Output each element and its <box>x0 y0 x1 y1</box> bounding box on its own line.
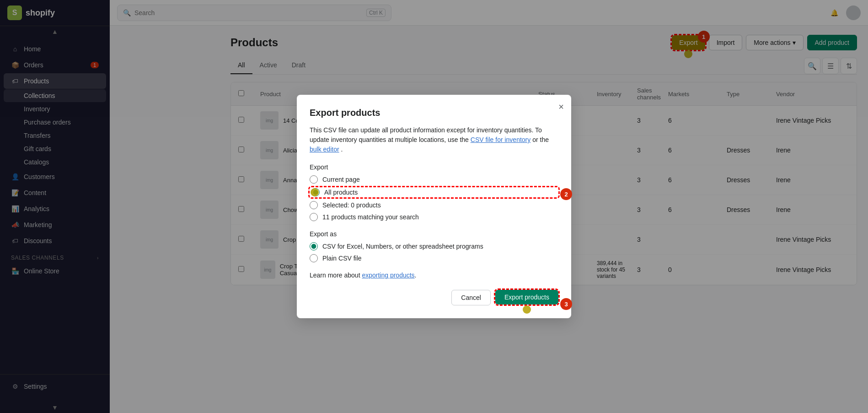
radio-plain-csv[interactable] <box>310 254 318 262</box>
format-option-csv-excel[interactable]: CSV for Excel, Numbers, or other spreads… <box>310 242 558 250</box>
export-option-matching[interactable]: 11 products matching your search <box>310 213 558 221</box>
selected-label: Selected: 0 products <box>322 201 381 209</box>
export-option-all-products[interactable]: All products 2 <box>310 187 558 197</box>
all-products-label: All products <box>324 189 358 196</box>
export-products-modal: Export products × This CSV file can upda… <box>297 95 571 318</box>
export-section-label: Export <box>310 163 558 171</box>
radio-csv-excel[interactable] <box>310 242 318 250</box>
export-radio-group: Current page All products 2 Selected: 0 … <box>310 175 558 221</box>
cancel-button[interactable]: Cancel <box>451 290 491 305</box>
step2-badge: 2 <box>560 188 572 200</box>
current-page-label: Current page <box>322 176 360 183</box>
export-option-current-page[interactable]: Current page <box>310 175 558 184</box>
export-as-label: Export as <box>310 230 558 238</box>
matching-label: 11 products matching your search <box>322 213 419 221</box>
plain-csv-label: Plain CSV file <box>322 255 362 262</box>
modal-overlay: Export products × This CSV file can upda… <box>0 0 868 413</box>
format-option-plain-csv[interactable]: Plain CSV file <box>310 254 558 262</box>
modal-description: This CSV file can update all product inf… <box>310 125 558 154</box>
radio-selected[interactable] <box>310 201 318 209</box>
radio-matching[interactable] <box>310 213 318 221</box>
modal-close-button[interactable]: × <box>558 102 564 111</box>
radio-current-page[interactable] <box>310 175 318 184</box>
export-option-selected[interactable]: Selected: 0 products <box>310 201 558 209</box>
export-products-button[interactable]: Export products <box>495 290 558 304</box>
format-radio-group: CSV for Excel, Numbers, or other spreads… <box>310 242 558 262</box>
csv-inventory-link[interactable]: CSV file for inventory <box>471 136 531 143</box>
csv-excel-label: CSV for Excel, Numbers, or other spreads… <box>322 243 483 250</box>
modal-footer: Cancel Export products 3 <box>310 290 558 305</box>
step3-badge: 3 <box>560 298 572 310</box>
radio-all-products[interactable] <box>311 188 320 196</box>
bulk-editor-link[interactable]: bulk editor <box>310 146 339 153</box>
learn-more: Learn more about exporting products. <box>310 272 558 279</box>
exporting-products-link[interactable]: exporting products <box>362 272 414 279</box>
modal-title: Export products <box>310 108 558 118</box>
